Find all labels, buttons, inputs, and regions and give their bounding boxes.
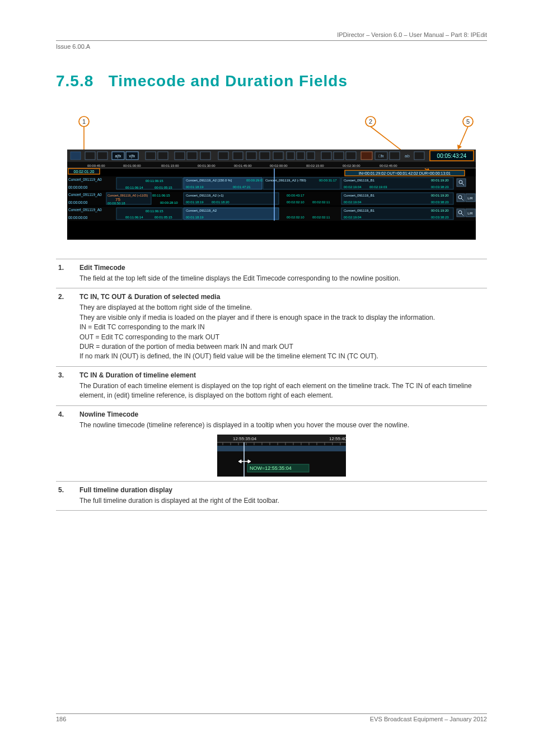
svg-text:00:00:45:00: 00:00:45:00 [87, 164, 105, 167]
table-row: 2. TC IN, TC OUT & Duration of selected … [56, 288, 487, 366]
svg-rect-32 [346, 152, 356, 160]
svg-rect-24 [200, 152, 210, 160]
table-row: 3. TC IN & Duration of timeline element … [56, 366, 487, 405]
svg-rect-39 [390, 152, 400, 160]
lr-button[interactable]: L/R [467, 212, 473, 215]
row-body: The full timeline duration is displayed … [79, 496, 484, 506]
row-title: TC IN, TC OUT & Duration of selected med… [79, 293, 484, 301]
svg-text:00:01:45:00: 00:01:45:00 [234, 164, 252, 167]
svg-text:2: 2 [369, 118, 372, 125]
svg-text:00:01:47:21: 00:01:47:21 [233, 185, 251, 189]
afx-button[interactable]: a|fx [115, 154, 121, 158]
svg-text:00:01:19:20: 00:01:19:20 [431, 209, 449, 212]
svg-text:00:00:31:17: 00:00:31:17 [319, 179, 337, 182]
page-header: IPDirector – Version 6.0 – User Manual –… [56, 31, 487, 50]
svg-rect-20 [146, 152, 156, 160]
svg-text:00:00:28:10: 00:00:28:10 [160, 201, 178, 204]
svg-text:00:11:06:15: 00:11:06:15 [152, 194, 170, 197]
svg-rect-34 [297, 152, 305, 160]
section-title: 7.5.8 Timecode and Duration Fields [56, 72, 487, 90]
svg-rect-36 [361, 152, 372, 160]
svg-text:00:02:00:00: 00:02:00:00 [270, 164, 288, 167]
svg-text:00:11:06:14: 00:11:06:14 [125, 186, 143, 189]
svg-rect-29 [273, 152, 283, 160]
svg-text:00:02:02:10: 00:02:02:10 [287, 200, 305, 204]
svg-text:00:03:38:23: 00:03:38:23 [431, 216, 449, 219]
section-number: 7.5.8 [56, 72, 93, 90]
page-footer: 186 EVS Broadcast Equipment – January 20… [56, 713, 487, 722]
row-body: The Duration of each timeline element is… [79, 381, 484, 401]
svg-text:00:00:00:00: 00:00:00:00 [68, 185, 88, 189]
row-title: Full timeline duration display [79, 486, 484, 494]
svg-text:00:00:43:17: 00:00:43:17 [287, 194, 305, 197]
svg-rect-141 [217, 446, 346, 451]
svg-text:00:02:15:00: 00:02:15:00 [306, 164, 324, 167]
svg-rect-15 [71, 152, 81, 160]
vfx-button[interactable]: v|fx [129, 154, 135, 158]
lr-button[interactable]: L/R [467, 197, 473, 200]
header-issue: Issue 6.00.A [56, 42, 487, 50]
svg-text:00:01:30:00: 00:01:30:00 [198, 164, 216, 167]
row-number: 5. [56, 481, 77, 510]
svg-text:00:01:19:20: 00:01:19:20 [431, 179, 449, 182]
svg-rect-17 [97, 152, 107, 160]
svg-text:00:01:19:20: 00:01:19:20 [431, 194, 449, 197]
ruler: 00:00:45:00 00:01:00:00 00:01:15:00 00:0… [87, 164, 397, 167]
ab-label: ab [405, 153, 410, 158]
svg-rect-16 [85, 152, 95, 160]
svg-rect-35 [307, 152, 315, 160]
svg-text:Concert_091119_A2: Concert_091119_A2 [186, 209, 217, 212]
svg-rect-27 [246, 152, 256, 160]
timeline-svg: 1 2 5 [67, 109, 476, 240]
svg-text:00:02:19:04: 00:02:19:04 [344, 200, 362, 204]
svg-text:00:00:00:00: 00:00:00:00 [68, 200, 88, 204]
timeline-duration: 00:05:43:24 [437, 153, 467, 159]
svg-text:Concert_091119_B1: Concert_091119_B1 [344, 179, 375, 182]
svg-text:00:11:06:14: 00:11:06:14 [125, 216, 143, 219]
section-heading: Timecode and Duration Fields [109, 72, 348, 90]
footer-rights: EVS Broadcast Equipment – January 2012 [370, 716, 487, 722]
svg-text:00:00:29:03: 00:00:29:03 [246, 179, 264, 182]
svg-rect-28 [260, 152, 270, 160]
svg-text:Concert_091119_A2 (+1): Concert_091119_A2 (+1) [186, 194, 224, 197]
svg-text:Concert_091119_A0 (+1105): Concert_091119_A0 (+1105) [107, 194, 148, 197]
row-number: 1. [56, 259, 77, 288]
row-body: They are displayed at the bottom right s… [79, 303, 484, 361]
edit-tc-value: 00:02:01:20 [74, 170, 95, 174]
svg-text:00:02:02:10: 00:02:02:10 [287, 216, 305, 219]
svg-text:00:01:18:20: 00:01:18:20 [212, 200, 229, 204]
svg-text:Concert_091119_B1: Concert_091119_B1 [344, 194, 375, 197]
svg-text:□fx: □fx [378, 154, 384, 158]
table-row: 5. Full timeline duration display The fu… [56, 481, 487, 510]
svg-text:00:02:19:04: 00:02:19:04 [344, 185, 362, 189]
svg-text:Concert_091119_A0: Concert_091119_A0 [68, 193, 102, 197]
svg-text:00:11:06:15: 00:11:06:15 [146, 209, 163, 213]
svg-rect-74 [457, 179, 466, 186]
svg-text:00:01:18:19: 00:01:18:19 [186, 200, 204, 204]
timeline-figure: 1 2 5 [56, 109, 487, 240]
svg-text:00:01:15:00: 00:01:15:00 [161, 164, 179, 167]
svg-text:00:02:02:11: 00:02:02:11 [312, 216, 330, 219]
svg-text:Concert_091119_A2 [150.0 %]: Concert_091119_A2 [150.0 %] [186, 179, 232, 182]
nowline-tooltip: NOW=12:55:35:04 [250, 465, 292, 471]
svg-text:00:01:00:00: 00:01:00:00 [123, 164, 141, 167]
svg-text:Concert_091119_A0: Concert_091119_A0 [68, 208, 102, 212]
svg-text:00:00:00:00: 00:00:00:00 [68, 216, 88, 220]
svg-text:00:01:05:15: 00:01:05:15 [154, 186, 172, 189]
row-title: TC IN & Duration of timeline element [79, 371, 484, 379]
svg-rect-26 [233, 152, 243, 160]
svg-rect-40 [414, 152, 424, 160]
track-row-2: Concert_091119_A0 00:00:00:00 Concert_09… [67, 192, 476, 206]
table-row: 1. Edit Timecode The field at the top le… [56, 259, 487, 288]
svg-text:00:01:18:19: 00:01:18:19 [186, 216, 204, 219]
track-row-1: Concert_091119_A0 00:00:00:00 00:11:06:1… [67, 176, 476, 190]
svg-text:00:02:30:00: 00:02:30:00 [343, 164, 360, 167]
header-product: IPDirector – Version 6.0 – User Manual –… [56, 31, 487, 41]
svg-text:12:55:40: 12:55:40 [329, 436, 346, 441]
row-title: Nowline Timecode [79, 410, 484, 418]
svg-rect-31 [334, 152, 344, 160]
track-row-3: Concert_091119_A0 00:00:00:00 00:11:06:1… [67, 207, 476, 221]
svg-text:00:03:38:23: 00:03:38:23 [431, 200, 449, 204]
in-out-dur-text: IN=00:01:29:02 OUT=00:01:42:02 DUR=00:00… [359, 171, 451, 175]
svg-text:00:02:19:04: 00:02:19:04 [344, 216, 362, 219]
